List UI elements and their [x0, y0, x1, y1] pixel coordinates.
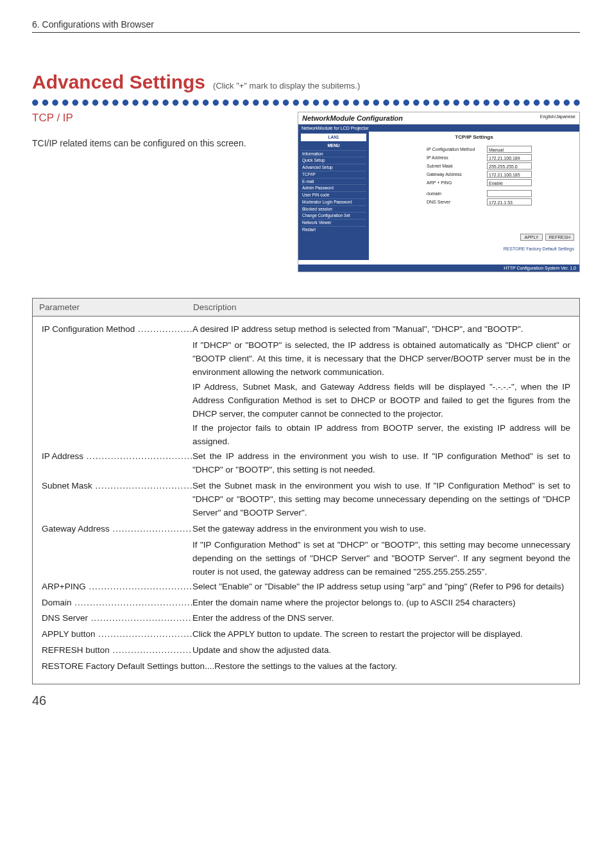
- sidebar-item-user-pin[interactable]: User PIN code: [301, 191, 366, 198]
- page-number: 46: [32, 693, 580, 708]
- content-title: TCP/IP Settings: [455, 134, 493, 140]
- settings-form: IP Configuration MethodManual IP Address…: [427, 146, 532, 207]
- field-ip-config-method[interactable]: Manual: [487, 146, 532, 153]
- param-arp-ping: ARP+PING: [42, 580, 192, 594]
- param-ip-address: IP Address: [42, 450, 192, 477]
- apply-button[interactable]: APPLY: [520, 234, 542, 241]
- desc-arp-ping: Select "Enable" or "Disable" the IP addr…: [192, 580, 570, 594]
- page-subtitle: (Click "+" mark to display the subitems.…: [213, 81, 360, 91]
- label-arp-ping: ARP + PING: [427, 180, 484, 185]
- sidebar-item-change-config-set[interactable]: Change Configuration Set: [301, 212, 366, 219]
- sidebar-item-email[interactable]: E-mail: [301, 178, 366, 185]
- lang-link[interactable]: English/Japanese: [540, 114, 575, 122]
- field-subnet-mask[interactable]: 255.255.255.0: [487, 162, 532, 169]
- desc-subnet-mask: Set the Subnet mask in the environment y…: [192, 480, 570, 520]
- label-domain: domain: [427, 191, 484, 196]
- field-gateway-address[interactable]: 172.21.100.185: [487, 171, 532, 178]
- desc-gateway-address-1: Set the gateway address in the environme…: [192, 523, 570, 536]
- section-heading-tcpip: TCP / IP: [32, 112, 285, 125]
- intro-text: TCI/IP related items can be configured o…: [32, 136, 285, 150]
- desc-refresh-button: Update and show the adjusted data.: [192, 644, 570, 657]
- label-subnet-mask: Subnet Mask: [427, 164, 484, 168]
- desc-ip-config-method-2: If "DHCP" or "BOOTP" is selected, the IP…: [192, 339, 570, 379]
- refresh-button[interactable]: REFRESH: [545, 234, 574, 241]
- app-title: NetworkModule Configuration: [302, 114, 403, 122]
- desc-ip-config-method-3: IP Address, Subnet Mask, and Gateway Add…: [192, 381, 570, 421]
- label-gateway-address: Gateway Address: [427, 172, 484, 177]
- sidebar-item-tcpip[interactable]: TCP/IP: [301, 171, 366, 178]
- sidebar-item-moderator-password[interactable]: Moderator Login Password: [301, 198, 366, 205]
- sidebar-item-blocked-session[interactable]: Blocked session: [301, 205, 366, 213]
- sidebar-tab-lan1[interactable]: LAN1: [301, 134, 366, 141]
- field-ip-address[interactable]: 172.21.100.189: [487, 154, 532, 161]
- page-title: Advanced Settings: [32, 71, 205, 93]
- sidebar-item-advanced-setup[interactable]: Advanced Setup: [301, 164, 366, 171]
- param-dns-server: DNS Server: [42, 612, 192, 625]
- footer-bar: HTTP Configuration System Ver. 1.0: [298, 265, 579, 272]
- label-dns-server: DNS Server: [427, 200, 484, 204]
- desc-apply-button: Click the APPLY button to update. The sc…: [192, 628, 570, 641]
- label-ip-address: IP Address: [427, 155, 484, 160]
- field-dns-server[interactable]: 172.21.1.53: [487, 198, 532, 205]
- desc-ip-config-method-1: A desired IP address setup method is sel…: [192, 323, 570, 336]
- desc-dns-server: Enter the address of the DNS server.: [192, 612, 570, 625]
- param-gateway-address: Gateway Address: [42, 523, 192, 536]
- sidebar-item-quick-setup[interactable]: Quick Setup: [301, 157, 366, 164]
- label-ip-config-method: IP Configuration Method: [427, 147, 484, 152]
- parameter-table: Parameter Description IP Configuration M…: [32, 298, 580, 684]
- chapter-heading: 6. Configurations with Browser: [32, 19, 580, 30]
- restore-link[interactable]: RESTORE Factory Default Settings: [504, 247, 574, 251]
- sidebar-item-information[interactable]: Information: [301, 150, 366, 157]
- param-subnet-mask: Subnet Mask: [42, 480, 192, 520]
- desc-domain: Enter the domain name where the projecto…: [192, 596, 570, 610]
- table-header-description: Description: [187, 299, 579, 317]
- field-arp-ping[interactable]: Enable: [487, 179, 532, 186]
- embedded-screenshot: NetworkModule Configuration English/Japa…: [298, 112, 580, 272]
- param-ip-config-method: IP Configuration Method: [42, 323, 192, 336]
- param-refresh-button: REFRESH button: [42, 644, 192, 657]
- param-apply-button: APPLY button: [42, 628, 192, 641]
- sidebar: LAN1 MENU Information Quick Setup Advanc…: [298, 132, 369, 260]
- param-restore-button: RESTORE Factory Default Settings button: [42, 661, 205, 671]
- desc-ip-config-method-4: If the projector fails to obtain IP addr…: [192, 422, 570, 449]
- sidebar-item-network-viewer[interactable]: Network Viewer: [301, 219, 366, 226]
- desc-restore-button: Restore the settings to the values at th…: [214, 661, 397, 671]
- sidebar-item-restart[interactable]: Restart: [301, 226, 366, 233]
- sidebar-item-admin-password[interactable]: Admin Password: [301, 184, 366, 191]
- app-bar: NetworkModule for LCD Projector: [298, 125, 579, 132]
- desc-ip-address: Set the IP address in the environment yo…: [192, 450, 570, 477]
- decorative-dots: ●●●●●●●●●●●●●●●●●●●●●●●●●●●●●●●●●●●●●●●●…: [32, 96, 580, 108]
- sidebar-header: MENU: [301, 143, 366, 149]
- table-header-parameter: Parameter: [33, 299, 187, 317]
- desc-gateway-address-2: If "IP Configuration Method" is set at "…: [192, 539, 570, 579]
- field-domain[interactable]: [487, 190, 532, 197]
- divider: [32, 32, 580, 33]
- param-domain: Domain: [42, 596, 192, 610]
